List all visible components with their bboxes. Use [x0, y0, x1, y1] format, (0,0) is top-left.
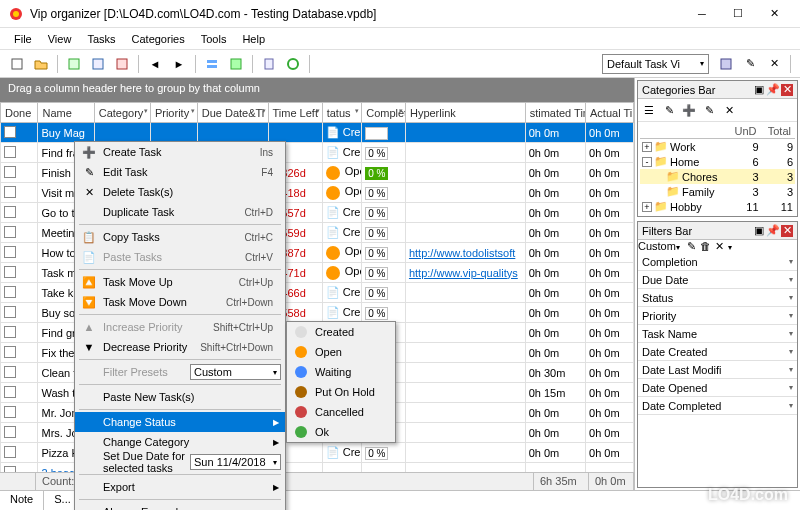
col-hyperlink[interactable]: Hyperlink: [405, 103, 525, 123]
category-node[interactable]: + 📁 Hobby1111: [640, 199, 795, 214]
status-submenu[interactable]: CreatedOpenWaitingPut On HoldCancelledOk: [286, 321, 396, 443]
done-checkbox[interactable]: [4, 126, 16, 138]
open-db-icon[interactable]: [30, 53, 52, 75]
menu-file[interactable]: File: [6, 31, 40, 47]
menu-categories[interactable]: Categories: [124, 31, 193, 47]
categories-tree[interactable]: UnDTotal + 📁 Work99- 📁 Home66 📁 Chores33…: [638, 122, 797, 216]
filter-field[interactable]: Due Date▾: [638, 271, 797, 289]
status-waiting[interactable]: Waiting: [287, 362, 395, 382]
doc-icon[interactable]: [258, 53, 280, 75]
menu-create-task[interactable]: ➕Create TaskIns: [75, 142, 285, 162]
status-cancelled[interactable]: Cancelled: [287, 402, 395, 422]
menu-change-status[interactable]: Change Status▶: [75, 412, 285, 432]
expand-icon[interactable]: +: [642, 142, 652, 152]
new-task-icon[interactable]: [63, 53, 85, 75]
col-actualti[interactable]: Actual Ti: [586, 103, 634, 123]
filters-pin2-icon[interactable]: 📌: [767, 225, 779, 237]
done-checkbox[interactable]: [4, 186, 16, 198]
filter-field[interactable]: Date Last Modifi▾: [638, 361, 797, 379]
menu-view[interactable]: View: [40, 31, 80, 47]
done-checkbox[interactable]: [4, 406, 16, 418]
expand-icon[interactable]: -: [642, 157, 652, 167]
filter-field[interactable]: Completion▾: [638, 253, 797, 271]
edit-task-icon[interactable]: [87, 53, 109, 75]
col-priority[interactable]: Priority▾: [150, 103, 197, 123]
done-checkbox[interactable]: [4, 346, 16, 358]
cat-edit-icon[interactable]: ✎: [700, 101, 718, 119]
chevron-down-icon[interactable]: ▾: [789, 365, 793, 374]
menu-duplicate-task[interactable]: Duplicate TaskCtrl+D: [75, 202, 285, 222]
menu-set-due-date-for-selected-tasks[interactable]: Set Due Date for selected tasksSun 11/4/…: [75, 452, 285, 472]
col-timeleft[interactable]: Time Left▾: [268, 103, 322, 123]
filters-close-icon[interactable]: ✕: [781, 225, 793, 237]
save-view-icon[interactable]: [715, 53, 737, 75]
filter-field[interactable]: Task Name▾: [638, 325, 797, 343]
tab-note[interactable]: Note: [0, 491, 44, 510]
chevron-down-icon[interactable]: ▾: [789, 347, 793, 356]
col-name[interactable]: Name: [38, 103, 94, 123]
group-icon[interactable]: [201, 53, 223, 75]
context-menu[interactable]: ➕Create TaskIns✎Edit TaskF4✕Delete Task(…: [74, 141, 286, 510]
cat-add-icon[interactable]: ➕: [680, 101, 698, 119]
chevron-down-icon[interactable]: ▾: [789, 401, 793, 410]
menu-tasks[interactable]: Tasks: [79, 31, 123, 47]
close-button[interactable]: ✕: [756, 2, 792, 26]
status-created[interactable]: Created: [287, 322, 395, 342]
minimize-button[interactable]: ─: [684, 2, 720, 26]
menu-paste-new-task-s-[interactable]: Paste New Task(s): [75, 387, 285, 407]
filter-field[interactable]: Priority▾: [638, 307, 797, 325]
menu-export[interactable]: Export▶: [75, 477, 285, 497]
status-ok[interactable]: Ok: [287, 422, 395, 442]
panel-close-icon[interactable]: ✕: [781, 84, 793, 96]
done-checkbox[interactable]: [4, 146, 16, 158]
col-stimatedtim[interactable]: stimated Tim: [525, 103, 585, 123]
chevron-down-icon[interactable]: ▾: [789, 311, 793, 320]
status-open[interactable]: Open: [287, 342, 395, 362]
done-checkbox[interactable]: [4, 246, 16, 258]
inline-combo[interactable]: Sun 11/4/2018 ▾: [190, 454, 281, 470]
sort-icon[interactable]: [225, 53, 247, 75]
done-checkbox[interactable]: [4, 306, 16, 318]
expand-icon[interactable]: +: [642, 202, 652, 212]
done-checkbox[interactable]: [4, 466, 16, 473]
refresh-icon[interactable]: [282, 53, 304, 75]
arrow-left-icon[interactable]: ◄: [144, 53, 166, 75]
chevron-down-icon[interactable]: ▾: [789, 257, 793, 266]
group-header[interactable]: Drag a column header here to group by th…: [0, 78, 634, 102]
maximize-button[interactable]: ☐: [720, 2, 756, 26]
col-tatus[interactable]: tatus▾: [322, 103, 362, 123]
panel-pin-icon[interactable]: ▣: [753, 84, 765, 96]
done-checkbox[interactable]: [4, 326, 16, 338]
menu-task-move-down[interactable]: 🔽Task Move DownCtrl+Down: [75, 292, 285, 312]
menu-change-category[interactable]: Change Category▶: [75, 432, 285, 452]
menu-task-move-up[interactable]: 🔼Task Move UpCtrl+Up: [75, 272, 285, 292]
done-checkbox[interactable]: [4, 226, 16, 238]
panel-pin2-icon[interactable]: 📌: [767, 84, 779, 96]
filters-pin-icon[interactable]: ▣: [753, 225, 765, 237]
inline-combo[interactable]: Custom ▾: [190, 364, 281, 380]
menu-always-expand[interactable]: Always Expand: [75, 502, 285, 510]
chevron-down-icon[interactable]: ▾: [789, 275, 793, 284]
chevron-down-icon[interactable]: ▾: [789, 329, 793, 338]
arrow-right-icon[interactable]: ►: [168, 53, 190, 75]
done-checkbox[interactable]: [4, 386, 16, 398]
filter-field[interactable]: Date Created▾: [638, 343, 797, 361]
filter-preset-combo[interactable]: Custom▾ ✎🗑✕▾: [638, 240, 797, 253]
filter-field[interactable]: Date Opened▾: [638, 379, 797, 397]
menu-help[interactable]: Help: [234, 31, 273, 47]
cat-new-icon[interactable]: ✎: [660, 101, 678, 119]
category-node[interactable]: + 📁 Work99: [640, 139, 795, 155]
filter-field[interactable]: Date Completed▾: [638, 397, 797, 415]
cat-del-icon[interactable]: ✕: [720, 101, 738, 119]
col-category[interactable]: Category▾: [94, 103, 150, 123]
chevron-down-icon[interactable]: ▾: [789, 293, 793, 302]
menu-copy-tasks[interactable]: 📋Copy TasksCtrl+C: [75, 227, 285, 247]
delete-view-icon[interactable]: ✕: [763, 53, 785, 75]
delete-task-icon[interactable]: [111, 53, 133, 75]
category-node[interactable]: 📁 Chores33: [640, 169, 795, 184]
done-checkbox[interactable]: [4, 166, 16, 178]
done-checkbox[interactable]: [4, 366, 16, 378]
col-completi[interactable]: Completi▾: [362, 103, 406, 123]
chevron-down-icon[interactable]: ▾: [789, 383, 793, 392]
status-put-on-hold[interactable]: Put On Hold: [287, 382, 395, 402]
